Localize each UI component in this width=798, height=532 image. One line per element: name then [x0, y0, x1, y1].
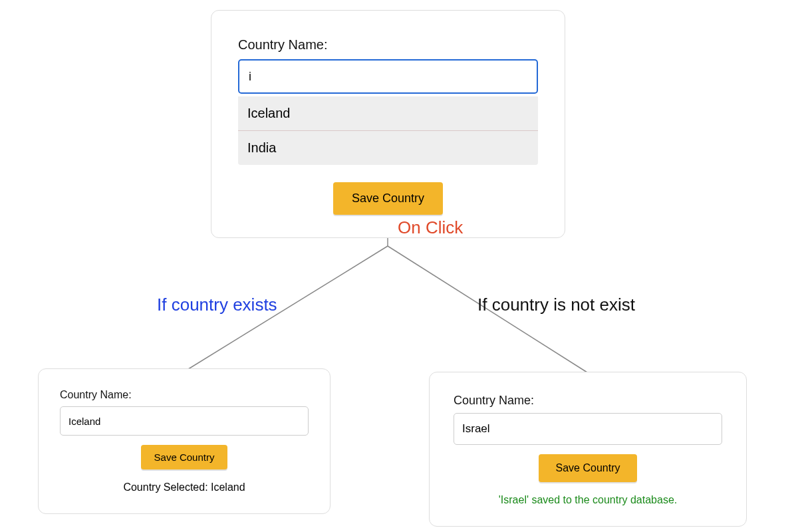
on-click-annotation: On Click [398, 217, 463, 238]
country-name-input[interactable] [454, 413, 722, 445]
country-selected-status: Country Selected: Iceland [60, 481, 309, 493]
branch-left-annotation: If country exists [157, 295, 277, 315]
country-name-input[interactable] [238, 59, 538, 94]
main-card: Country Name: Iceland India Save Country [211, 10, 565, 238]
save-country-button[interactable]: Save Country [141, 445, 228, 469]
branch-right-annotation: If country is not exist [477, 295, 635, 315]
autocomplete-option[interactable]: India [238, 131, 538, 165]
right-result-card: Country Name: Save Country 'Israel' save… [429, 372, 747, 527]
autocomplete-option[interactable]: Iceland [238, 96, 538, 131]
autocomplete-dropdown: Iceland India [238, 96, 538, 165]
country-name-label: Country Name: [60, 389, 309, 401]
country-name-label: Country Name: [238, 37, 538, 53]
left-result-card: Country Name: Save Country Country Selec… [38, 368, 331, 514]
save-country-button[interactable]: Save Country [539, 454, 638, 482]
saved-success-status: 'Israel' saved to the country database. [454, 494, 722, 506]
save-country-button[interactable]: Save Country [333, 182, 443, 215]
country-name-input[interactable] [60, 406, 309, 436]
country-name-label: Country Name: [454, 394, 722, 408]
